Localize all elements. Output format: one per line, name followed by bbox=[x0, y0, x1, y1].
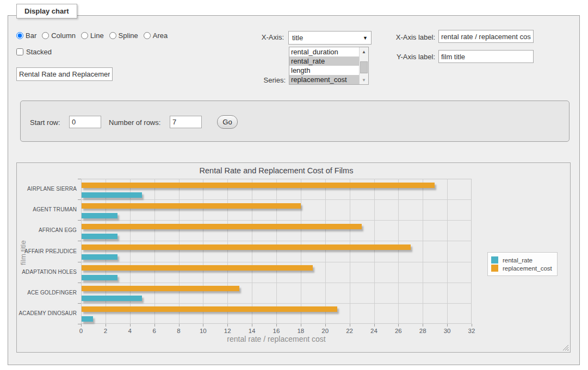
radio-area-label: Area bbox=[153, 32, 168, 40]
fieldset-legend: Display chart bbox=[16, 4, 77, 18]
y-tick-mark bbox=[78, 220, 81, 221]
gridline-v bbox=[374, 179, 375, 324]
chart-title-input[interactable] bbox=[16, 67, 113, 81]
y-tick-label: ACE GOLDFINGER bbox=[17, 290, 77, 296]
stacked-label: Stacked bbox=[26, 48, 52, 56]
y-tick-label: ADAPTATION HOLES bbox=[17, 269, 77, 275]
series-listbox[interactable]: rental_durationrental_ratelengthreplacem… bbox=[289, 47, 369, 85]
x-axis-select[interactable]: title ▼ bbox=[288, 31, 372, 45]
series-scrollbar[interactable]: ▲ ▼ bbox=[359, 47, 368, 84]
y-tick-mark bbox=[78, 241, 81, 241]
y-tick-mark bbox=[78, 199, 81, 200]
series-option-length[interactable]: length bbox=[289, 66, 359, 75]
scroll-down-icon[interactable]: ▼ bbox=[360, 76, 368, 84]
x-tick-label: 30 bbox=[436, 328, 458, 334]
gridline-v bbox=[423, 179, 423, 324]
stacked-checkbox[interactable] bbox=[16, 48, 23, 55]
go-button[interactable]: Go bbox=[217, 115, 238, 129]
radio-bar-label: Bar bbox=[26, 32, 36, 40]
chevron-down-icon: ▼ bbox=[363, 35, 368, 41]
radio-column[interactable] bbox=[42, 32, 49, 39]
radio-item-line[interactable]: Line bbox=[81, 32, 104, 40]
bar-replacement_cost bbox=[82, 244, 411, 250]
y-tick-mark bbox=[78, 262, 81, 262]
radio-item-area[interactable]: Area bbox=[144, 32, 168, 40]
x-tick-label: 14 bbox=[241, 328, 263, 334]
x-tick-mark bbox=[252, 324, 252, 327]
series-option-replacement_cost[interactable]: replacement_cost bbox=[289, 75, 359, 84]
chart-container: Rental Rate and Replacement Cost of Film… bbox=[16, 162, 571, 353]
x-tick-mark bbox=[227, 324, 228, 327]
series-label: Series: bbox=[230, 76, 286, 84]
x-tick-label: 12 bbox=[216, 328, 238, 334]
y-axis-label-input[interactable] bbox=[438, 50, 534, 63]
number-of-rows-input[interactable] bbox=[170, 116, 202, 128]
x-tick-label: 2 bbox=[95, 328, 116, 334]
legend-swatch-rental-rate bbox=[491, 256, 498, 264]
x-tick-mark bbox=[398, 324, 399, 327]
scrollbar-thumb[interactable] bbox=[360, 61, 368, 73]
gridline-v bbox=[276, 179, 277, 324]
radio-spline-label: Spline bbox=[119, 32, 138, 40]
x-tick-mark bbox=[350, 324, 350, 327]
series-option-rental_duration[interactable]: rental_duration bbox=[289, 47, 359, 57]
bar-replacement_cost bbox=[82, 183, 435, 188]
gridline-v bbox=[398, 179, 399, 324]
gridline-v bbox=[447, 179, 448, 324]
gridline-h bbox=[81, 220, 472, 221]
gridline-h bbox=[81, 199, 472, 200]
start-row-input[interactable] bbox=[69, 116, 101, 128]
series-option-rental_rate[interactable]: rental_rate bbox=[289, 57, 359, 66]
bar-replacement_cost bbox=[82, 224, 362, 229]
bar-replacement_cost bbox=[82, 265, 313, 271]
x-tick-label: 4 bbox=[119, 328, 141, 334]
chart-legend: rental_rate replacement_cost bbox=[487, 252, 558, 276]
radio-item-column[interactable]: Column bbox=[42, 32, 76, 40]
y-tick-mark bbox=[78, 324, 81, 324]
radio-bar[interactable] bbox=[16, 32, 23, 39]
x-axis-label-caption: X-Axis label: bbox=[375, 33, 435, 41]
x-tick-label: 24 bbox=[363, 328, 385, 334]
gridline-v bbox=[179, 179, 180, 324]
x-axis-select-label: X-Axis: bbox=[230, 33, 284, 41]
radio-item-bar[interactable]: Bar bbox=[16, 32, 36, 40]
bar-rental_rate bbox=[82, 213, 117, 218]
legend-swatch-replacement-cost bbox=[491, 265, 498, 272]
x-tick-label: 20 bbox=[314, 328, 336, 334]
radio-area[interactable] bbox=[144, 32, 151, 39]
x-tick-label: 0 bbox=[70, 328, 92, 334]
x-axis-label-input[interactable] bbox=[438, 30, 534, 43]
start-row-label: Start row: bbox=[30, 118, 60, 127]
bar-rental_rate bbox=[82, 234, 117, 239]
radio-item-spline[interactable]: Spline bbox=[109, 32, 138, 40]
bar-replacement_cost bbox=[82, 306, 337, 312]
bar-rental_rate bbox=[82, 192, 142, 198]
radio-line-label: Line bbox=[90, 32, 104, 40]
gridline-h bbox=[81, 283, 472, 283]
stacked-checkbox-row[interactable]: Stacked bbox=[16, 48, 52, 56]
gridline-h bbox=[81, 303, 472, 304]
radio-line[interactable] bbox=[81, 32, 88, 39]
y-axis-label-caption: Y-Axis label: bbox=[375, 53, 435, 61]
bar-replacement_cost bbox=[82, 286, 239, 291]
chart-x-axis-title: rental rate / replacement cost bbox=[81, 335, 472, 343]
x-tick-label: 32 bbox=[461, 328, 482, 334]
y-tick-label: AGENT TRUMAN bbox=[17, 206, 77, 212]
bar-rental_rate bbox=[82, 275, 117, 280]
gridline-h bbox=[81, 262, 472, 262]
radio-spline[interactable] bbox=[109, 32, 116, 39]
bar-replacement_cost bbox=[82, 203, 301, 209]
legend-label-replacement-cost: replacement_cost bbox=[503, 265, 552, 272]
chart-title: Rental Rate and Replacement Cost of Film… bbox=[81, 166, 472, 175]
x-tick-label: 8 bbox=[168, 328, 190, 334]
gridline-v bbox=[130, 179, 131, 324]
bar-rental_rate bbox=[82, 254, 117, 260]
scroll-up-icon[interactable]: ▲ bbox=[360, 47, 368, 56]
gridline-v bbox=[252, 179, 252, 324]
x-axis-select-value: title bbox=[292, 34, 303, 42]
radio-column-label: Column bbox=[51, 32, 76, 40]
resize-handle-icon[interactable] bbox=[562, 344, 568, 350]
y-tick-label: AFRICAN EGG bbox=[17, 227, 77, 233]
x-tick-label: 6 bbox=[144, 328, 165, 334]
y-tick-label: ACADEMY DINOSAUR bbox=[17, 310, 77, 316]
